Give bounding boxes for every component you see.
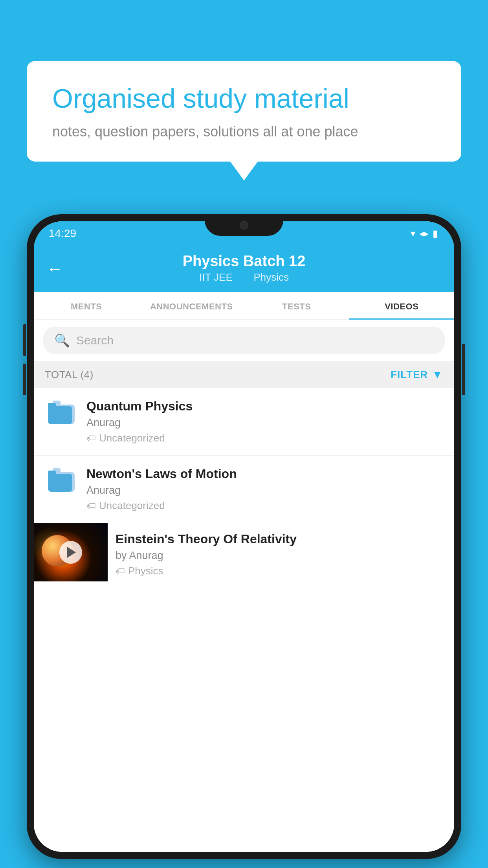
item-icon-area (45, 467, 79, 492)
app-header: ← Physics Batch 12 IIT JEE Physics (34, 246, 454, 292)
battery-icon: ▮ (433, 228, 438, 239)
volume-up-button (23, 324, 26, 356)
filter-label: FILTER (391, 369, 428, 381)
subtitle-part2: Physics (253, 271, 289, 283)
tabs-bar: MENTS ANNOUNCEMENTS TESTS VIDEOS (34, 292, 454, 320)
folder-icon (48, 401, 76, 424)
video-text: Einstein's Theory Of Relativity by Anura… (108, 523, 454, 586)
play-button[interactable] (59, 541, 82, 564)
speech-bubble-heading: Organised study material (52, 83, 436, 115)
header-title: Physics Batch 12 (183, 253, 306, 270)
list-item-video[interactable]: Einstein's Theory Of Relativity by Anura… (34, 523, 454, 586)
header-subtitle: IIT JEE Physics (196, 271, 292, 283)
item-icon-area (45, 399, 79, 424)
tag-text: Uncategorized (99, 432, 165, 444)
search-bar-container: 🔍 Search (34, 320, 454, 361)
phone-frame: 14:29 ▾ ◂▸ ▮ ← Physics Batch 12 IIT JEE … (27, 214, 461, 868)
search-icon: 🔍 (54, 333, 70, 348)
content-list: Quantum Physics Anurag 🏷 Uncategorized (34, 388, 454, 852)
camera-dot (240, 221, 248, 230)
subtitle-separator (242, 271, 247, 283)
list-item[interactable]: Quantum Physics Anurag 🏷 Uncategorized (34, 388, 454, 456)
item-title: Quantum Physics (86, 399, 443, 414)
back-button[interactable]: ← (46, 259, 63, 278)
item-author: Anurag (86, 417, 443, 429)
tab-videos[interactable]: VIDEOS (349, 292, 455, 319)
speech-bubble: Organised study material notes, question… (27, 61, 461, 162)
phone-screen: 14:29 ▾ ◂▸ ▮ ← Physics Batch 12 IIT JEE … (34, 221, 454, 852)
speech-bubble-container: Organised study material notes, question… (27, 61, 461, 162)
video-title: Einstein's Theory Of Relativity (116, 532, 446, 546)
list-item[interactable]: Newton's Laws of Motion Anurag 🏷 Uncateg… (34, 456, 454, 523)
tag-text: Physics (128, 565, 163, 577)
tag-icon: 🏷 (116, 566, 125, 577)
status-time: 14:29 (49, 227, 76, 240)
tag-text: Uncategorized (99, 500, 165, 512)
item-title: Newton's Laws of Motion (86, 467, 443, 481)
video-tag: 🏷 Physics (116, 565, 446, 577)
item-tag: 🏷 Uncategorized (86, 432, 443, 444)
tag-icon: 🏷 (86, 500, 96, 511)
filter-funnel-icon: ▼ (432, 368, 443, 381)
folder-front (48, 406, 72, 424)
folder-front (48, 474, 72, 492)
status-icons: ▾ ◂▸ ▮ (411, 228, 438, 239)
search-placeholder: Search (76, 334, 114, 347)
tab-ments[interactable]: MENTS (34, 292, 139, 319)
item-text: Quantum Physics Anurag 🏷 Uncategorized (79, 399, 443, 444)
tab-announcements[interactable]: ANNOUNCEMENTS (139, 292, 244, 319)
item-author: Anurag (86, 484, 443, 497)
tab-tests[interactable]: TESTS (244, 292, 349, 319)
signal-icon: ◂▸ (419, 228, 429, 239)
item-text: Newton's Laws of Motion Anurag 🏷 Uncateg… (79, 467, 443, 512)
phone-notch (205, 214, 283, 236)
video-author: by Anurag (116, 550, 446, 562)
filter-row: TOTAL (4) FILTER ▼ (34, 361, 454, 388)
folder-icon (48, 468, 76, 492)
speech-bubble-subtext: notes, question papers, solutions all at… (52, 123, 436, 140)
search-bar[interactable]: 🔍 Search (43, 327, 445, 354)
wifi-icon: ▾ (411, 228, 415, 239)
video-thumbnail (34, 523, 108, 581)
power-button (462, 344, 465, 395)
play-icon (67, 547, 76, 558)
total-count-label: TOTAL (4) (45, 369, 94, 381)
volume-down-button (23, 364, 26, 395)
filter-button[interactable]: FILTER ▼ (391, 368, 443, 381)
subtitle-part1: IIT JEE (199, 271, 233, 283)
tag-icon: 🏷 (86, 433, 96, 444)
item-tag: 🏷 Uncategorized (86, 500, 443, 512)
phone-outer: 14:29 ▾ ◂▸ ▮ ← Physics Batch 12 IIT JEE … (27, 214, 461, 859)
